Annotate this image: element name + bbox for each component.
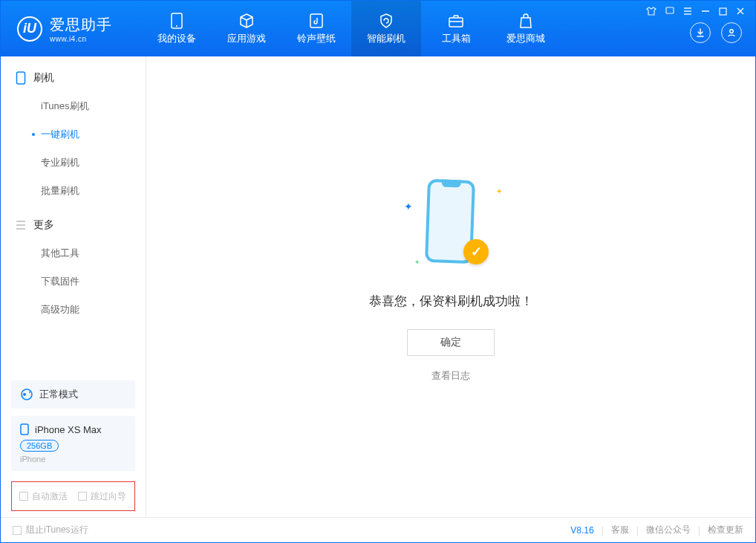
app-window: iU 爱思助手 www.i4.cn 我的设备 应用游戏 铃声壁纸 智能刷机	[0, 0, 756, 543]
wechat-link[interactable]: 微信公众号	[646, 524, 691, 536]
svg-rect-2	[310, 14, 322, 27]
menu-icon[interactable]	[683, 7, 692, 16]
list-icon	[16, 221, 26, 230]
svg-point-4	[730, 30, 734, 33]
cube-icon	[237, 13, 256, 29]
sidebar-section-more: 更多	[1, 211, 146, 239]
nav-store[interactable]: 爱思商城	[491, 1, 561, 56]
download-button[interactable]	[690, 22, 711, 43]
sidebar: 刷机 iTunes刷机 一键刷机 专业刷机 批量刷机 更多 其他工具 下载固件 …	[1, 56, 146, 517]
sidebar-item-download-firmware[interactable]: 下载固件	[1, 267, 146, 296]
ok-button[interactable]: 确定	[407, 329, 495, 356]
bag-icon	[516, 13, 535, 29]
nav-toolbox[interactable]: 工具箱	[421, 1, 491, 56]
maximize-button[interactable]	[719, 7, 727, 16]
toolbox-icon	[446, 13, 466, 29]
close-button[interactable]	[736, 7, 745, 16]
sidebar-item-batch-flash[interactable]: 批量刷机	[1, 177, 146, 205]
support-link[interactable]: 客服	[611, 524, 629, 536]
svg-rect-11	[21, 424, 28, 435]
nav-label: 智能刷机	[367, 32, 405, 45]
minimize-button[interactable]	[701, 7, 710, 16]
options-row: 自动激活 跳过向导	[11, 481, 135, 511]
check-update-link[interactable]: 检查更新	[708, 524, 743, 536]
device-storage-badge: 256GB	[20, 440, 59, 452]
mode-label: 正常模式	[39, 388, 78, 401]
app-name-en: www.i4.cn	[50, 35, 112, 43]
feedback-icon[interactable]	[665, 7, 674, 16]
nav-label: 应用游戏	[227, 32, 266, 45]
nav: 我的设备 应用游戏 铃声壁纸 智能刷机 工具箱 爱思商城	[142, 1, 561, 56]
logo: iU 爱思助手 www.i4.cn	[1, 15, 142, 43]
auto-activate-label: 自动激活	[32, 490, 68, 503]
sidebar-item-onekey-flash[interactable]: 一键刷机	[1, 120, 146, 149]
device-name-text: iPhone XS Max	[35, 424, 102, 435]
success-title: 恭喜您，保资料刷机成功啦！	[369, 293, 533, 310]
nav-smart-flash[interactable]: 智能刷机	[351, 1, 421, 56]
mode-box[interactable]: 正常模式	[11, 380, 135, 409]
body: 刷机 iTunes刷机 一键刷机 专业刷机 批量刷机 更多 其他工具 下载固件 …	[1, 56, 755, 517]
svg-rect-6	[720, 8, 726, 15]
sparkle-icon: ✦	[414, 259, 420, 266]
sidebar-item-pro-flash[interactable]: 专业刷机	[1, 149, 146, 177]
block-itunes-checkbox[interactable]: 阻止iTunes运行	[13, 524, 88, 536]
footer: 阻止iTunes运行 V8.16 | 客服 | 微信公众号 | 检查更新	[1, 517, 755, 542]
shirt-icon[interactable]	[646, 7, 656, 16]
sidebar-section-title: 更多	[33, 218, 54, 232]
sidebar-section-flash: 刷机	[1, 64, 146, 92]
sidebar-item-advanced[interactable]: 高级功能	[1, 296, 146, 324]
check-badge-icon: ✓	[463, 239, 489, 264]
nav-my-device[interactable]: 我的设备	[142, 1, 212, 56]
version-label: V8.16	[570, 525, 593, 536]
nav-apps-games[interactable]: 应用游戏	[212, 1, 281, 56]
header: iU 爱思助手 www.i4.cn 我的设备 应用游戏 铃声壁纸 智能刷机	[1, 1, 755, 56]
sidebar-item-other-tools[interactable]: 其他工具	[1, 239, 146, 267]
mode-icon	[20, 388, 33, 401]
checkbox-icon	[19, 492, 28, 501]
block-itunes-label: 阻止iTunes运行	[26, 524, 88, 536]
app-name-cn: 爱思助手	[50, 15, 112, 35]
sparkle-icon: ✦	[496, 187, 502, 195]
device-icon	[167, 13, 186, 29]
skip-guide-checkbox[interactable]: 跳过向导	[78, 490, 126, 503]
main-panel: ✦ ✦ ✦ ✓ 恭喜您，保资料刷机成功啦！ 确定 查看日志	[146, 56, 755, 517]
nav-label: 工具箱	[442, 32, 471, 45]
svg-point-9	[23, 393, 26, 396]
nav-label: 爱思商城	[506, 32, 545, 45]
nav-label: 我的设备	[157, 32, 196, 45]
success-illustration: ✦ ✦ ✦ ✓	[395, 175, 506, 272]
nav-ringtones-wallpapers[interactable]: 铃声壁纸	[281, 1, 351, 56]
view-log-link[interactable]: 查看日志	[431, 369, 470, 383]
device-box[interactable]: iPhone XS Max 256GB iPhone	[11, 416, 135, 471]
sparkle-icon: ✦	[404, 201, 413, 212]
svg-point-10	[29, 391, 30, 393]
logo-icon: iU	[17, 16, 42, 42]
nav-label: 铃声壁纸	[297, 32, 336, 45]
device-type: iPhone	[20, 455, 126, 464]
user-button[interactable]	[721, 22, 742, 43]
svg-rect-3	[449, 18, 463, 27]
svg-rect-7	[17, 72, 25, 84]
auto-activate-checkbox[interactable]: 自动激活	[19, 490, 68, 503]
phone-icon	[16, 71, 26, 85]
svg-rect-5	[666, 7, 674, 13]
music-file-icon	[307, 13, 326, 29]
device-small-icon	[20, 423, 29, 435]
shield-refresh-icon	[377, 13, 396, 29]
svg-point-1	[176, 25, 177, 27]
checkbox-icon	[78, 492, 87, 501]
sidebar-section-title: 刷机	[33, 71, 54, 85]
sidebar-item-itunes-flash[interactable]: iTunes刷机	[1, 92, 146, 120]
checkbox-icon	[13, 526, 22, 535]
skip-guide-label: 跳过向导	[91, 490, 126, 503]
